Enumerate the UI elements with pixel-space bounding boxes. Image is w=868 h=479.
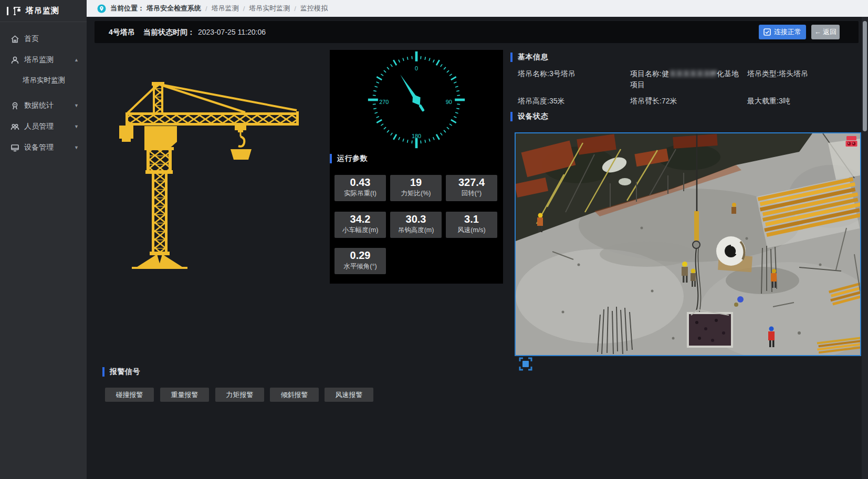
info-project-name: 项目名称:健某某某某某某孵化基地项目	[630, 68, 745, 90]
status-header: 4号塔吊 当前状态时间：2023-07-25 11:20:06 连接正常 ← 返…	[95, 21, 859, 43]
breadcrumb-item-2[interactable]: 塔吊实时监测	[249, 4, 290, 13]
location-pin-icon	[97, 4, 106, 13]
fullscreen-scan-icon[interactable]	[519, 357, 532, 371]
breadcrumb-root[interactable]: 塔吊安全检查系统	[147, 4, 201, 13]
camera-icon	[845, 135, 859, 148]
sidebar-item-label: 数据统计	[24, 101, 54, 110]
param-card-tilt: 0.29 水平倾角(°)	[334, 248, 386, 274]
construction-site-image	[516, 133, 860, 355]
gauge-label-bottom: 180	[412, 133, 421, 139]
sidebar-item-crane-realtime[interactable]: 塔吊实时监测	[0, 70, 87, 90]
users-icon	[11, 122, 19, 131]
sidebar-subitem-label: 塔吊实时监测	[23, 76, 65, 85]
sidebar: 塔吊监测 首页 塔吊监测 ▲ 塔吊实时监测 数据统计 ▼	[0, 0, 87, 479]
section-accent-bar	[102, 367, 104, 377]
section-accent-bar	[510, 112, 513, 121]
info-crane-name: 塔吊名称:3号塔吊	[518, 68, 628, 79]
param-card-trolley: 34.2 小车幅度(m)	[334, 212, 386, 238]
breadcrumb-item-1[interactable]: 塔吊监测	[212, 4, 239, 13]
checkbox-icon	[764, 28, 771, 36]
device-icon	[11, 143, 19, 152]
breadcrumb: 当前位置： 塔吊安全检查系统 / 塔吊监测 / 塔吊实时监测 / 监控模拟	[87, 0, 868, 17]
sidebar-item-crane-monitor[interactable]: 塔吊监测 ▲	[0, 49, 87, 70]
home-icon	[11, 35, 19, 44]
sidebar-item-personnel[interactable]: 人员管理 ▼	[0, 116, 87, 137]
breadcrumb-item-3[interactable]: 监控模拟	[300, 4, 328, 13]
alarm-section-title: 报警信号	[102, 367, 140, 377]
alarm-button-weight[interactable]: 重量报警	[160, 388, 209, 402]
crane-illustration	[113, 80, 302, 269]
device-status-title: 设备状态	[510, 112, 548, 121]
app-title: 塔吊监测	[26, 6, 59, 16]
gauge-label-right: 90	[446, 99, 452, 105]
param-card-wind: 3.1 风速(m/s)	[446, 212, 497, 238]
user-icon	[11, 56, 19, 65]
chevron-down-icon: ▼	[74, 103, 79, 108]
gauge-label-left: 270	[379, 99, 389, 105]
chevron-down-icon: ▼	[74, 145, 79, 150]
operation-panel: 0 90 180 270 运行参数 0.43 实际吊重(t) 19	[330, 50, 503, 284]
sidebar-item-label: 塔吊监测	[24, 55, 54, 65]
sidebar-menu: 首页 塔吊监测 ▲ 塔吊实时监测 数据统计 ▼ 人员管理 ▼	[0, 22, 87, 158]
scrollbar-thumb[interactable]	[863, 21, 867, 131]
basic-info-title: 基本信息	[510, 53, 548, 62]
status-time-value: 2023-07-25 11:20:06	[198, 28, 266, 36]
section-accent-bar	[510, 53, 513, 62]
alarm-button-moment[interactable]: 力矩报警	[215, 388, 264, 402]
sidebar-item-label: 设备管理	[24, 143, 54, 152]
info-crane-height: 塔吊高度:35米	[518, 96, 628, 107]
app-root: 塔吊监测 首页 塔吊监测 ▲ 塔吊实时监测 数据统计 ▼	[0, 0, 868, 479]
connect-status-button[interactable]: 连接正常	[759, 25, 806, 39]
sidebar-item-home[interactable]: 首页	[0, 28, 87, 49]
crane-logo-icon	[12, 6, 22, 16]
back-button[interactable]: ← 返回	[811, 25, 840, 39]
param-card-moment: 19 力矩比(%)	[390, 175, 442, 201]
alarm-button-tilt[interactable]: 倾斜报警	[270, 388, 319, 402]
params-section-title: 运行参数	[330, 154, 368, 163]
alarm-button-wind[interactable]: 风速报警	[325, 388, 373, 402]
section-accent-bar	[330, 154, 332, 163]
info-max-load: 最大载重:3吨	[747, 96, 857, 107]
rotation-gauge: 0 90 180 270	[367, 50, 466, 150]
breadcrumb-prefix: 当前位置：	[110, 4, 144, 13]
sidebar-item-label: 首页	[24, 34, 39, 44]
scrollbar[interactable]	[862, 17, 868, 479]
status-time: 当前状态时间：2023-07-25 11:20:06	[143, 28, 266, 37]
blurred-text: 某某某某某某孵	[669, 69, 717, 78]
param-card-hook-height: 30.3 吊钩高度(m)	[390, 212, 442, 238]
param-card-rotation: 327.4 回转(°)	[446, 175, 497, 201]
chevron-down-icon: ▼	[74, 124, 79, 129]
alarm-button-collision[interactable]: 碰撞报警	[105, 388, 154, 402]
camera-video-feed	[515, 132, 861, 356]
sidebar-item-label: 人员管理	[24, 122, 54, 131]
chevron-up-icon: ▲	[74, 57, 79, 63]
logo-divider	[7, 7, 8, 15]
sidebar-item-equipment[interactable]: 设备管理 ▼	[0, 137, 87, 158]
info-crane-type: 塔吊类型:塔头塔吊	[747, 68, 857, 79]
crane-name: 4号塔吊	[109, 28, 135, 37]
sidebar-logo: 塔吊监测	[0, 0, 87, 22]
sidebar-item-statistics[interactable]: 数据统计 ▼	[0, 95, 87, 116]
gauge-label-top: 0	[415, 65, 418, 71]
info-arm-length: 塔吊臂长:72米	[630, 96, 740, 107]
stats-icon	[11, 101, 19, 110]
param-card-load: 0.43 实际吊重(t)	[334, 175, 386, 201]
gauge-needle	[396, 72, 428, 113]
status-time-label: 当前状态时间：	[143, 28, 195, 36]
